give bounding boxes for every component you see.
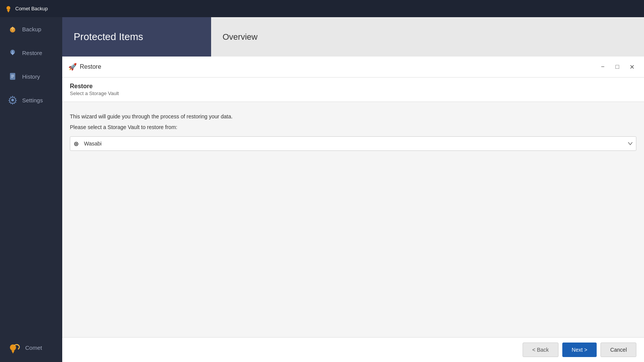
back-button[interactable]: < Back (523, 343, 558, 357)
svg-rect-6 (11, 76, 14, 77)
sidebar-footer: Comet (0, 333, 62, 362)
close-button[interactable]: ✕ (626, 61, 638, 73)
sidebar-item-backup-label: Backup (22, 26, 41, 32)
vault-select[interactable]: Wasabi (70, 136, 636, 151)
sidebar-item-settings[interactable]: Settings (0, 88, 62, 112)
maximize-button[interactable]: □ (611, 61, 623, 73)
gear-icon (8, 95, 18, 105)
sidebar-item-restore[interactable]: Restore (0, 41, 62, 65)
comet-footer-label: Comet (25, 344, 42, 351)
dialog-description: This wizard will guide you through the p… (70, 113, 636, 120)
restore-dialog: 🚀 Restore − □ ✕ Restore Select a Storage… (62, 57, 644, 362)
dialog-body: This wizard will guide you through the p… (62, 102, 644, 337)
minimize-button[interactable]: − (597, 61, 609, 73)
dialog-container: 🚀 Restore − □ ✕ Restore Select a Storage… (62, 57, 644, 362)
cancel-button[interactable]: Cancel (600, 343, 636, 357)
content-area: Protected Items Overview 🚀 Restore − □ ✕ (62, 17, 644, 362)
overview-label: Overview (223, 32, 258, 42)
breadcrumb-title: Restore (70, 83, 636, 90)
breadcrumb-subtitle: Select a Storage Vault (70, 90, 636, 96)
sidebar: Backup Restore (0, 17, 62, 362)
dialog-select-prompt: Please select a Storage Vault to restore… (70, 124, 636, 130)
dialog-controls: − □ ✕ (597, 61, 638, 73)
sidebar-nav: Backup Restore (0, 17, 62, 333)
dialog-title: Restore (80, 63, 597, 70)
app-icon (5, 5, 12, 13)
sidebar-item-history-label: History (22, 73, 40, 80)
svg-marker-1 (7, 10, 10, 13)
dialog-footer: < Back Next > Cancel (62, 337, 644, 362)
sidebar-item-settings-label: Settings (22, 97, 43, 103)
content-header: Protected Items Overview (62, 17, 644, 57)
download-icon (8, 48, 18, 58)
app-title: Comet Backup (15, 6, 48, 11)
svg-point-0 (6, 6, 10, 10)
title-bar: Comet Backup (0, 0, 644, 17)
tab-overview[interactable]: Overview (211, 17, 644, 57)
restore-title-icon: 🚀 (68, 63, 77, 71)
protected-items-label: Protected Items (74, 31, 143, 43)
svg-point-8 (11, 99, 14, 102)
svg-rect-7 (11, 77, 13, 78)
dialog-breadcrumb: Restore Select a Storage Vault (62, 78, 644, 102)
svg-rect-5 (11, 75, 14, 76)
sidebar-item-backup[interactable]: Backup (0, 17, 62, 41)
vault-select-wrapper: ⊛ Wasabi (70, 136, 636, 151)
tab-protected-items[interactable]: Protected Items (62, 17, 211, 57)
sidebar-item-history[interactable]: History (0, 65, 62, 88)
comet-footer-icon (8, 341, 21, 354)
file-icon (8, 71, 18, 81)
sidebar-item-restore-label: Restore (22, 50, 42, 56)
upload-cloud-icon (8, 24, 18, 34)
next-button[interactable]: Next > (562, 343, 597, 357)
dialog-titlebar: 🚀 Restore − □ ✕ (62, 57, 644, 78)
